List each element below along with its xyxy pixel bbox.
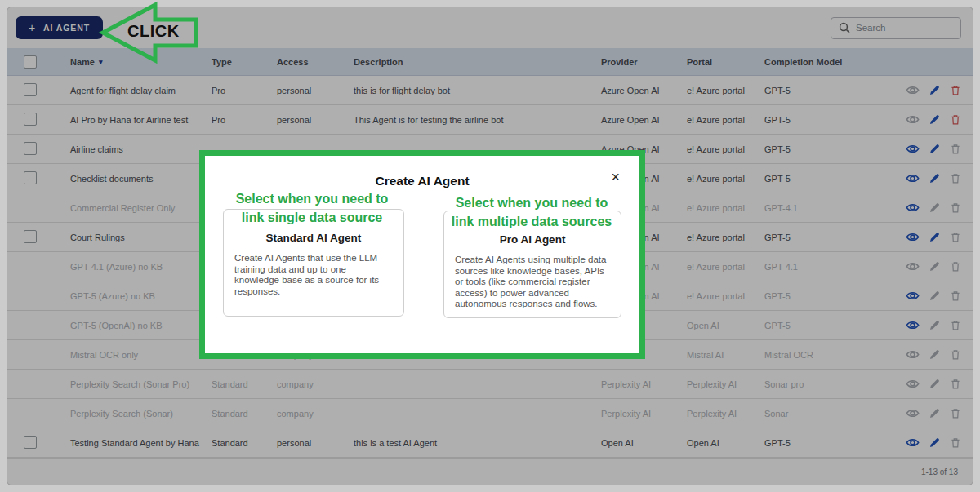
standard-agent-description: Create AI Agents that use the LLM traini… [234, 253, 393, 297]
pro-agent-description: Create AI Agents using multiple data sou… [455, 255, 610, 310]
close-icon[interactable]: × [611, 170, 620, 184]
annotation-single-source: Select when you need to link single data… [222, 189, 402, 227]
click-annotation-label: CLICK [127, 22, 180, 41]
standard-agent-title: Standard AI Agent [224, 232, 403, 244]
annotation-multiple-sources: Select when you need to link multiple da… [442, 193, 621, 231]
create-ai-agent-dialog: Create AI Agent × Select when you need t… [199, 150, 645, 359]
dialog-title: Create AI Agent [205, 174, 639, 188]
pro-agent-title: Pro AI Agent [444, 233, 621, 246]
